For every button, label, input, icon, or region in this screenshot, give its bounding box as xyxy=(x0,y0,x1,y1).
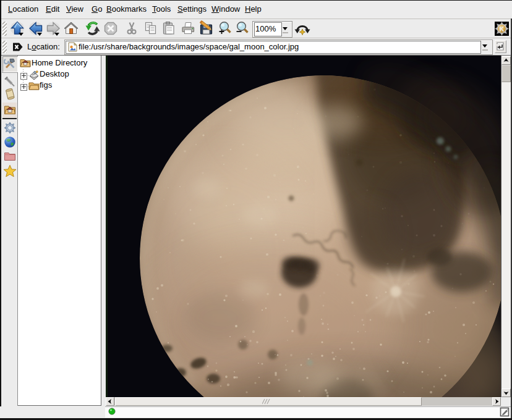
svg-text:K: K xyxy=(500,25,505,33)
